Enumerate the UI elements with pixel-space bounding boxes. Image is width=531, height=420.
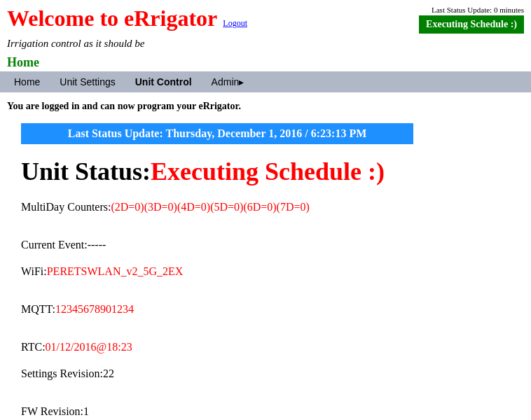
current-event-label: Current Event:	[21, 239, 88, 251]
multiday-row: MultiDay Counters:(2D=0)(3D=0)(4D=0)(5D=…	[21, 197, 510, 216]
site-title: Welcome to eRrigator	[7, 6, 217, 31]
logout-link[interactable]: Logout	[223, 18, 247, 29]
status-bar: Last Status Update: Thursday, December 1…	[21, 123, 413, 144]
status-top-badge: Executing Schedule :)	[419, 15, 524, 34]
nav-item-home[interactable]: Home	[4, 74, 50, 90]
logged-in-message: You are logged in and can now program yo…	[0, 92, 531, 116]
status-top-label: Last Status Update: 0 minutes	[419, 6, 524, 14]
fw-revision-label: FW Revision:	[21, 405, 83, 417]
wifi-row: WiFi:PERETSWLAN_v2_5G_2EX	[21, 262, 510, 281]
multiday-value: (2D=0)(3D=0)(4D=0)(5D=0)(6D=0)(7D=0)	[111, 201, 309, 213]
navbar: Home Unit Settings Unit Control Admin▸	[0, 71, 531, 92]
settings-revision-label: Settings Revision:	[21, 368, 103, 379]
mqtt-label: MQTT:	[21, 303, 55, 315]
settings-revision-row: Settings Revision:22	[21, 364, 510, 383]
rtc-label: RTC:	[21, 341, 46, 353]
mqtt-row: MQTT:12345678901234	[21, 300, 510, 318]
current-event-value: -----	[88, 239, 106, 251]
nav-item-admin[interactable]: Admin▸	[202, 74, 254, 90]
main-content: Last Status Update: Thursday, December 1…	[0, 116, 531, 420]
wifi-value: PERETSWLAN_v2_5G_2EX	[47, 265, 184, 277]
details: MultiDay Counters:(2D=0)(3D=0)(4D=0)(5D=…	[21, 197, 510, 420]
mqtt-value: 12345678901234	[55, 303, 134, 315]
header-left: Welcome to eRrigator Logout	[7, 6, 247, 31]
home-link[interactable]: Home	[7, 55, 39, 69]
current-event-row: Current Event:-----	[21, 235, 510, 254]
unit-status-value: Executing Schedule :)	[151, 158, 385, 186]
rtc-row: RTC:01/12/2016@18:23	[21, 337, 510, 356]
fw-revision-row: FW Revision:1	[21, 402, 510, 420]
fw-revision-value: 1	[83, 405, 89, 417]
unit-status-label: Unit Status:	[21, 158, 151, 186]
multiday-label: MultiDay Counters:	[21, 201, 111, 213]
wifi-label: WiFi:	[21, 265, 47, 277]
status-top: Last Status Update: 0 minutes Executing …	[419, 6, 524, 34]
nav-item-unit-control[interactable]: Unit Control	[125, 74, 202, 90]
home-link-section: Home	[0, 54, 531, 71]
unit-status-line: Unit Status:Executing Schedule :)	[21, 157, 510, 186]
rtc-value: 01/12/2016@18:23	[46, 341, 132, 353]
header: Welcome to eRrigator Logout Last Status …	[0, 0, 531, 36]
settings-revision-value: 22	[103, 368, 114, 379]
nav-item-unit-settings[interactable]: Unit Settings	[50, 74, 125, 90]
tagline: Irrigation control as it should be	[0, 36, 531, 54]
